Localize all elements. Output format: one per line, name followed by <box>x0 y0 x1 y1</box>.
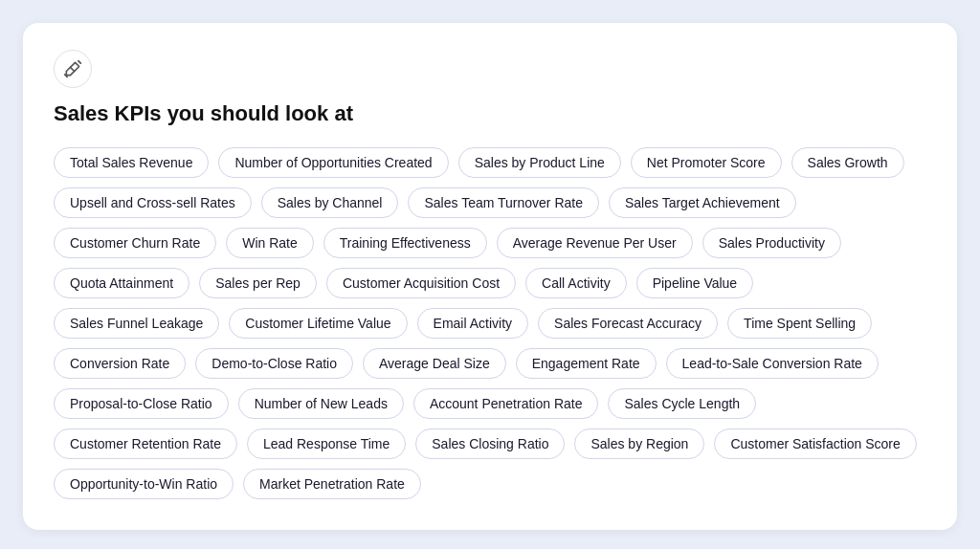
kpi-tag[interactable]: Net Promoter Score <box>631 147 782 178</box>
kpi-tag[interactable]: Email Activity <box>417 308 528 339</box>
kpi-tag[interactable]: Call Activity <box>525 268 627 298</box>
kpi-tag[interactable]: Account Penetration Rate <box>413 388 599 419</box>
svg-line-1 <box>78 61 81 63</box>
kpi-tag[interactable]: Sales by Product Line <box>458 147 621 178</box>
kpi-tag[interactable]: Sales by Channel <box>261 187 399 218</box>
kpi-tag[interactable]: Lead Response Time <box>247 428 406 459</box>
wand-icon-wrapper <box>54 50 92 88</box>
main-card: Sales KPIs you should look at Total Sale… <box>23 23 957 530</box>
magic-wand-icon <box>63 59 82 78</box>
kpi-tag[interactable]: Sales Team Turnover Rate <box>408 187 599 218</box>
kpi-tag[interactable]: Customer Acquisition Cost <box>326 268 516 298</box>
kpi-tag[interactable]: Opportunity-to-Win Ratio <box>54 469 234 499</box>
kpi-tag[interactable]: Win Rate <box>226 228 314 258</box>
tags-container: Total Sales RevenueNumber of Opportuniti… <box>54 147 926 499</box>
kpi-tag[interactable]: Sales Productivity <box>702 228 841 258</box>
kpi-tag[interactable]: Sales Target Achievement <box>609 187 796 218</box>
svg-line-0 <box>71 67 75 71</box>
kpi-tag[interactable]: Number of New Leads <box>238 388 404 419</box>
kpi-tag[interactable]: Average Revenue Per User <box>497 228 693 258</box>
kpi-tag[interactable]: Demo-to-Close Ratio <box>195 348 353 379</box>
kpi-tag[interactable]: Upsell and Cross-sell Rates <box>54 187 252 218</box>
kpi-tag[interactable]: Sales Forecast Accuracy <box>538 308 718 339</box>
kpi-tag[interactable]: Sales by Region <box>574 428 704 459</box>
kpi-tag[interactable]: Customer Satisfaction Score <box>714 428 916 459</box>
kpi-tag[interactable]: Market Penetration Rate <box>243 469 421 499</box>
kpi-tag[interactable]: Time Spent Selling <box>727 308 872 339</box>
kpi-tag[interactable]: Total Sales Revenue <box>54 147 209 178</box>
kpi-tag[interactable]: Proposal-to-Close Ratio <box>54 388 229 419</box>
kpi-tag[interactable]: Pipeline Value <box>636 268 753 298</box>
kpi-tag[interactable]: Sales Funnel Leakage <box>54 308 219 339</box>
kpi-tag[interactable]: Conversion Rate <box>54 348 186 379</box>
kpi-tag[interactable]: Engagement Rate <box>516 348 657 379</box>
kpi-tag[interactable]: Customer Churn Rate <box>54 228 216 258</box>
kpi-tag[interactable]: Sales Growth <box>791 147 904 178</box>
kpi-tag[interactable]: Sales per Rep <box>199 268 317 298</box>
kpi-tag[interactable]: Number of Opportunities Created <box>218 147 448 178</box>
page-title: Sales KPIs you should look at <box>54 101 926 126</box>
kpi-tag[interactable]: Customer Lifetime Value <box>229 308 407 339</box>
kpi-tag[interactable]: Customer Retention Rate <box>54 428 237 459</box>
kpi-tag[interactable]: Sales Cycle Length <box>608 388 756 419</box>
kpi-tag[interactable]: Quota Attainment <box>54 268 189 298</box>
kpi-tag[interactable]: Training Effectiveness <box>323 228 487 258</box>
kpi-tag[interactable]: Average Deal Size <box>363 348 506 379</box>
kpi-tag[interactable]: Sales Closing Ratio <box>415 428 565 459</box>
kpi-tag[interactable]: Lead-to-Sale Conversion Rate <box>666 348 879 379</box>
